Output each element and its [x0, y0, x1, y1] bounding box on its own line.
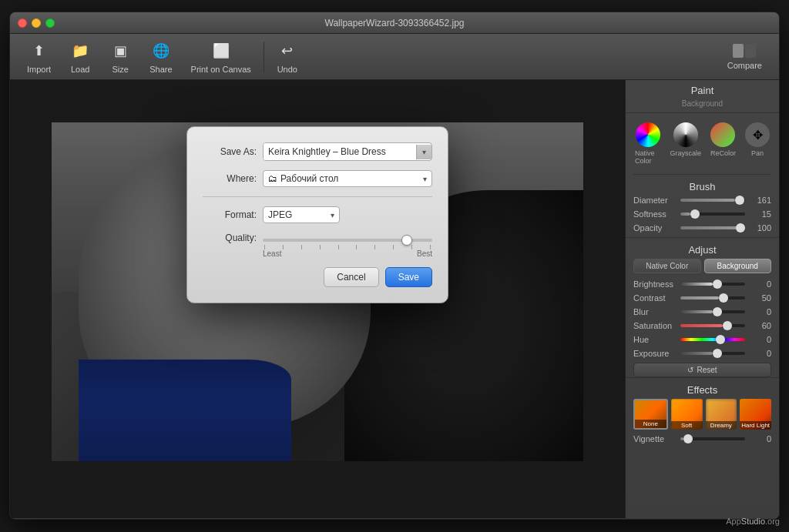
right-panel: Paint Background Native Color Grayscale …	[625, 80, 779, 518]
load-button[interactable]: 📁 Load	[60, 37, 100, 77]
import-icon: ⬆	[29, 40, 50, 62]
brightness-track[interactable]	[680, 283, 745, 286]
effect-dreamy[interactable]: Dreamy	[706, 399, 737, 430]
undo-button[interactable]: ↩ Undo	[267, 37, 307, 77]
contrast-value: 50	[750, 293, 771, 303]
native-color-tool[interactable]: Native Color	[630, 119, 665, 168]
recolor-label: ReColor	[710, 149, 736, 157]
hue-thumb[interactable]	[716, 335, 725, 344]
diameter-track[interactable]	[680, 199, 745, 202]
undo-label: Undo	[277, 65, 297, 74]
saturation-thumb[interactable]	[723, 321, 732, 330]
softness-track[interactable]	[680, 212, 745, 216]
saturation-track[interactable]	[680, 324, 745, 327]
where-input-wrap[interactable]: 🗂 Рабочий стол ▾	[263, 170, 432, 187]
brush-section: Brush Diameter 161 Softness 15	[626, 174, 779, 233]
save-as-input[interactable]	[264, 143, 416, 160]
share-button[interactable]: 🌐 Share	[140, 37, 181, 77]
canvas-area[interactable]: Save As: ▾ Where: 🗂 Рабочий стол ▾	[10, 80, 625, 518]
main-area: Save As: ▾ Where: 🗂 Рабочий стол ▾	[10, 80, 779, 518]
softness-thumb[interactable]	[690, 209, 700, 219]
blur-thumb[interactable]	[713, 307, 722, 316]
size-label: Size	[112, 65, 128, 74]
contrast-label: Contrast	[633, 293, 676, 303]
exposure-track[interactable]	[680, 352, 745, 355]
adjust-buttons: Native Color Background	[633, 259, 771, 273]
saturation-fill	[680, 324, 723, 327]
titlebar: WallpaperWizard-3093366452.jpg	[10, 12, 779, 34]
opacity-row: Opacity 100	[633, 223, 771, 233]
folder-icon: 🗂	[268, 173, 277, 184]
diameter-value: 161	[750, 196, 771, 205]
compare-button[interactable]: Compare	[718, 41, 771, 73]
maximize-button[interactable]	[45, 18, 55, 28]
effects-section: Effects None Soft Dreamy	[626, 377, 779, 443]
reset-button[interactable]: ↺ Reset	[633, 363, 771, 377]
soft-label: Soft	[671, 421, 703, 430]
softness-value: 15	[750, 209, 771, 219]
brightness-thumb[interactable]	[713, 279, 722, 289]
grayscale-tool[interactable]: Grayscale	[665, 119, 706, 168]
print-on-canvas-button[interactable]: ⬜ Print on Canvas	[182, 37, 260, 77]
toolbar: ⬆ Import 📁 Load ▣ Size 🌐 Share ⬜ Print o…	[10, 34, 779, 80]
size-button[interactable]: ▣ Size	[100, 37, 140, 77]
opacity-value: 100	[750, 223, 771, 233]
contrast-fill	[680, 296, 719, 299]
watermark: AppStudio.org	[726, 517, 780, 526]
save-button[interactable]: Save	[385, 267, 432, 287]
contrast-thumb[interactable]	[719, 293, 728, 303]
effect-soft[interactable]: Soft	[671, 399, 703, 430]
recolor-tool[interactable]: ReColor	[706, 119, 740, 168]
vignette-thumb[interactable]	[683, 434, 693, 443]
exposure-row: Exposure 0	[633, 349, 771, 358]
softness-label: Softness	[633, 209, 676, 219]
format-select[interactable]: JPEG ▾	[263, 206, 340, 223]
import-button[interactable]: ⬆ Import	[18, 37, 60, 77]
pan-tool[interactable]: ✥ Pan	[740, 119, 774, 168]
background-btn[interactable]: Background	[704, 259, 772, 273]
quality-thumb[interactable]	[401, 235, 412, 246]
background-subtitle: Background	[626, 99, 779, 113]
quality-slider-area: Least Best	[263, 233, 432, 258]
blur-track[interactable]	[680, 310, 745, 313]
saturation-label: Saturation	[633, 321, 676, 330]
opacity-track[interactable]	[680, 226, 745, 229]
save-as-label: Save As:	[203, 146, 257, 157]
opacity-thumb[interactable]	[736, 223, 745, 233]
brush-title: Brush	[633, 174, 771, 196]
vignette-row: Vignette 0	[633, 434, 771, 443]
grayscale-label: Grayscale	[670, 149, 701, 157]
watermark-text: AppStudio.org	[726, 517, 780, 526]
cancel-button[interactable]: Cancel	[324, 267, 378, 287]
where-dropdown[interactable]: ▾	[423, 175, 427, 183]
contrast-row: Contrast 50	[633, 293, 771, 303]
brightness-row: Brightness 0	[633, 279, 771, 289]
reset-label: Reset	[697, 366, 717, 374]
quality-slider-wrap[interactable]	[263, 239, 432, 242]
share-icon: 🌐	[150, 40, 172, 62]
exposure-value: 0	[750, 349, 771, 358]
vignette-track[interactable]	[680, 437, 745, 440]
effects-grid: None Soft Dreamy Hard Light	[633, 399, 771, 430]
quality-row: Quality:	[203, 233, 432, 258]
effect-none[interactable]: None	[633, 399, 668, 430]
where-row: Where: 🗂 Рабочий стол ▾	[203, 170, 432, 187]
quality-best: Best	[417, 249, 432, 258]
save-as-dropdown[interactable]: ▾	[416, 145, 431, 159]
traffic-lights	[18, 18, 55, 28]
minimize-button[interactable]	[32, 18, 41, 28]
diameter-thumb[interactable]	[735, 196, 744, 205]
quality-least: Least	[263, 249, 281, 258]
native-color-btn[interactable]: Native Color	[633, 259, 701, 273]
effect-hard-light[interactable]: Hard Light	[740, 399, 771, 430]
toolbar-divider	[264, 42, 264, 72]
close-button[interactable]	[18, 18, 27, 28]
pan-label: Pan	[751, 149, 764, 157]
quality-labels: Least Best	[263, 249, 432, 258]
hue-track[interactable]	[680, 338, 745, 341]
save-as-input-wrap[interactable]: ▾	[263, 142, 432, 161]
contrast-track[interactable]	[680, 296, 745, 299]
brightness-value: 0	[750, 279, 771, 289]
softness-fill	[680, 212, 690, 216]
exposure-thumb[interactable]	[713, 349, 722, 358]
